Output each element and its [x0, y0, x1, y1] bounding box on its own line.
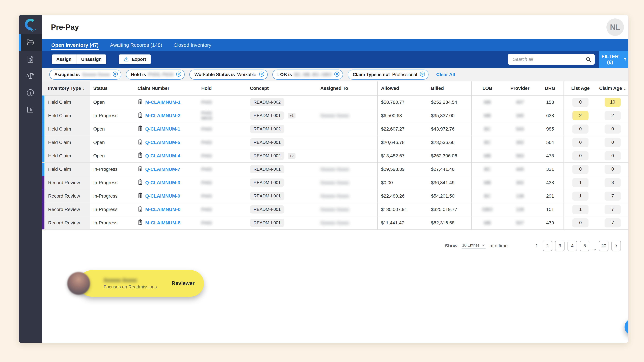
- claim-number-link[interactable]: M-CLAIMNUM-0: [145, 207, 180, 212]
- claim-number-link[interactable]: M-CLAIMNUM-2: [145, 113, 180, 118]
- cell-claim-age: 7: [597, 203, 628, 216]
- sidebar-nav: $: [19, 34, 42, 118]
- list-age-pill: 0: [572, 218, 588, 227]
- page-button-5[interactable]: 5: [580, 241, 589, 251]
- claim-number-link[interactable]: Q-CLAIMNUM-5: [145, 140, 180, 145]
- sidebar-item-bar-chart[interactable]: [19, 101, 42, 118]
- search-input[interactable]: [512, 57, 585, 62]
- search-box: [508, 54, 595, 65]
- sidebar-item-info[interactable]: [19, 85, 42, 101]
- cell-allowed: $22,607.27: [377, 122, 428, 136]
- clear-all-link[interactable]: Clear All: [436, 72, 455, 77]
- tab-1[interactable]: Awaiting Records (148): [104, 39, 168, 51]
- entries-per-page-select[interactable]: 10 Entries: [462, 243, 486, 249]
- claim-number-link[interactable]: Q-CLAIMNUM-3: [145, 180, 180, 185]
- cell-allowed: $20,646.78: [377, 136, 428, 149]
- filter-button[interactable]: FILTER (6): [599, 51, 628, 68]
- chip-value: PH03, PK03: [148, 72, 174, 77]
- claim-age-pill: 0: [604, 151, 621, 160]
- claim-number-link[interactable]: Q-CLAIMNUM-7: [145, 167, 180, 172]
- table-row: Record ReviewIn-ProgressM-CLAIMNUM-8PH03…: [42, 216, 628, 230]
- sidebar-item-scales[interactable]: [19, 68, 42, 85]
- column-label: Billed: [431, 86, 444, 91]
- chip-remove-button[interactable]: [334, 71, 340, 78]
- assign-button[interactable]: Assign: [52, 54, 76, 64]
- column-header-drg: DRG: [537, 81, 564, 95]
- claim-number-link[interactable]: Q-CLAIMNUM-1: [145, 126, 180, 132]
- sort-desc-icon: ↓: [83, 86, 85, 91]
- cell-status: In-Progress: [90, 109, 134, 122]
- download-icon: [124, 56, 129, 62]
- next-page-button[interactable]: ›: [612, 241, 621, 251]
- cell-billed: $36,341.49: [428, 176, 471, 189]
- cell-allowed: $0.00: [377, 176, 428, 189]
- column-header-inventory-type[interactable]: Inventory Type↓: [42, 81, 90, 95]
- cell-concept: READM-I-002: [246, 95, 317, 109]
- cell-hold: PH03: [198, 203, 246, 216]
- export-button[interactable]: Export: [119, 54, 151, 64]
- search-icon[interactable]: [585, 56, 591, 62]
- cell-status: Open: [90, 122, 134, 136]
- chip-remove-button[interactable]: [420, 71, 426, 78]
- page-title: Pre-Pay: [51, 23, 79, 31]
- cell-lob: GBO: [471, 203, 503, 216]
- claim-number-link[interactable]: M-CLAIMNUM-8: [145, 220, 180, 226]
- cell-status: In-Progress: [90, 163, 134, 176]
- column-header-assigned-to: Assigned To: [317, 81, 377, 95]
- cell-status: In-Progress: [90, 189, 134, 203]
- cell-claim-number: Q-CLAIMNUM-0: [134, 189, 198, 203]
- unassign-button[interactable]: Unassign: [76, 54, 106, 64]
- claim-number-link[interactable]: Q-CLAIMNUM-4: [145, 153, 180, 159]
- column-label: Provider: [510, 86, 530, 91]
- building-icon: [138, 179, 143, 186]
- pagination: Show 10 Entries at a time 1 2345...20›: [42, 241, 628, 251]
- cell-claim-age: 0: [597, 149, 628, 162]
- page-button-4[interactable]: 4: [568, 241, 577, 251]
- cell-provider: 345: [503, 109, 537, 122]
- cell-billed: $62,316.58: [428, 216, 471, 229]
- cell-drg: 438: [537, 176, 564, 189]
- logo-c-icon: [23, 17, 38, 32]
- claim-age-pill: 7: [604, 205, 621, 214]
- cell-concept: READM-I-002+2: [246, 149, 317, 162]
- chip-label: Assigned is: [54, 72, 80, 77]
- claim-number-link[interactable]: M-CLAIMNUM-1: [145, 99, 180, 105]
- cell-lob: MB: [471, 149, 503, 162]
- concept-extra-badge: +1: [288, 113, 296, 118]
- column-header-claim-age[interactable]: Claim Age↓: [597, 81, 628, 95]
- chip-remove-button[interactable]: [176, 71, 182, 78]
- page-button-2[interactable]: 2: [543, 241, 552, 251]
- floating-action-button[interactable]: [624, 319, 628, 335]
- concept-pill: READM-I-002: [250, 152, 284, 160]
- chip-remove-button[interactable]: [258, 71, 265, 78]
- list-age-pill: 0: [572, 151, 588, 160]
- chip-label: Claim Type is not: [353, 72, 390, 77]
- cell-hold: PH03: [198, 163, 246, 176]
- export-label: Export: [132, 57, 146, 62]
- page-button-last[interactable]: 20: [599, 241, 608, 251]
- reviewer-subtitle: Focuses on Readmissions: [104, 284, 157, 290]
- tab-2[interactable]: Closed Inventory: [168, 39, 217, 51]
- cell-status: In-Progress: [90, 216, 134, 229]
- concept-pill: READM-I-001: [250, 165, 284, 173]
- cell-assigned-to: [317, 95, 377, 109]
- building-icon: [138, 219, 143, 226]
- cell-claim-number: Q-CLAIMNUM-5: [134, 136, 198, 149]
- cell-assigned-to: Xxxxxx Xxxxx: [317, 109, 377, 122]
- claim-number-link[interactable]: Q-CLAIMNUM-0: [145, 193, 180, 199]
- claim-age-pill: 7: [604, 218, 621, 227]
- page-button-3[interactable]: 3: [555, 241, 564, 251]
- reviewer-name: Xxxxxx Xxxxx: [104, 277, 157, 283]
- sidebar-item-invoice[interactable]: $: [19, 51, 42, 68]
- cell-claim-number: M-CLAIMNUM-8: [134, 216, 198, 229]
- column-header-lob: LOB: [471, 81, 503, 95]
- list-age-pill: 0: [572, 98, 588, 107]
- tab-0[interactable]: Open Inventory (47): [46, 39, 104, 51]
- sidebar-item-folder-open[interactable]: [19, 34, 42, 51]
- entries-value: 10 Entries: [462, 243, 480, 248]
- user-avatar[interactable]: NL: [606, 18, 624, 36]
- claim-age-pill: 0: [604, 124, 621, 134]
- app-logo[interactable]: [19, 15, 42, 34]
- chip-remove-button[interactable]: [112, 71, 118, 78]
- column-label: DRG: [545, 86, 555, 91]
